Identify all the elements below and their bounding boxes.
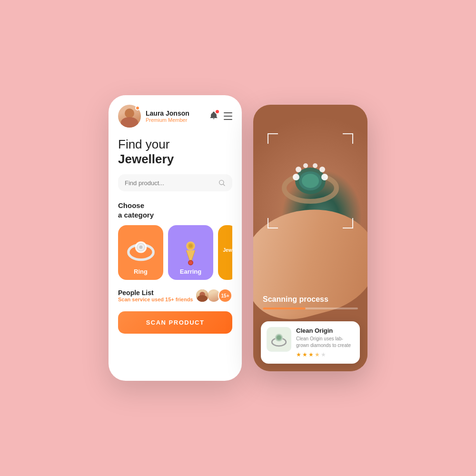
svg-point-9: [189, 244, 192, 248]
svg-line-1: [223, 184, 225, 186]
category-section: Choose a category Ring: [118, 201, 232, 280]
earring-image: [175, 237, 206, 268]
product-rating: ★ ★ ★ ★ ★: [296, 351, 354, 358]
people-info: People List Scan service used 15+ friend…: [118, 289, 193, 302]
phone-header: Laura Jonson Premium Member: [109, 95, 242, 133]
scan-corner-br: [343, 218, 353, 228]
ring-label: Ring: [134, 268, 148, 275]
svg-point-6: [139, 246, 142, 249]
people-title: People List: [118, 289, 193, 297]
notification-dot: [216, 110, 219, 113]
people-more-badge: 15+: [218, 288, 232, 303]
star-5-empty: ★: [321, 351, 326, 358]
avatar-wrapper: [118, 105, 141, 128]
star-3: ★: [308, 351, 314, 358]
scanning-label: Scanning process: [263, 295, 358, 304]
menu-line-3: [224, 119, 232, 120]
scan-info: Scanning process: [253, 295, 367, 309]
progress-fill: [263, 307, 306, 309]
progress-bar: [263, 307, 358, 309]
product-ring-img: [268, 328, 290, 351]
phone-body: Find your Jewellery Choose a category: [109, 133, 242, 381]
user-badge: Premium Member: [146, 117, 209, 123]
product-thumbnail: [267, 327, 291, 352]
svg-point-11: [189, 261, 192, 265]
svg-point-26: [277, 336, 281, 340]
menu-line-2: [224, 116, 232, 117]
scan-corner-tr: [343, 133, 353, 144]
hero-line2: Jewellery: [118, 152, 174, 166]
header-icons: [209, 111, 232, 121]
category-title: Choose a category: [118, 201, 232, 219]
earring-label: Earring: [180, 268, 202, 275]
phones-container: Laura Jonson Premium Member: [109, 95, 367, 381]
search-icon: [218, 179, 226, 187]
scan-frame: [268, 133, 353, 228]
star-2: ★: [302, 351, 307, 358]
category-card-earring[interactable]: Earring: [168, 225, 213, 280]
category-card-jewellery[interactable]: Jew: [218, 225, 232, 280]
jewellery-label: Jew: [223, 248, 232, 253]
product-card[interactable]: Clean Origin Clean Origin uses lab-grown…: [261, 321, 360, 364]
category-cards: Ring Earring: [118, 225, 232, 280]
phone-left: Laura Jonson Premium Member: [109, 95, 242, 381]
product-description: Clean Origin uses lab-grown diamonds to …: [296, 336, 354, 349]
bell-button[interactable]: [209, 111, 218, 121]
user-info: Laura Jonson Premium Member: [146, 109, 209, 123]
search-bar[interactable]: [118, 174, 232, 191]
menu-button[interactable]: [224, 112, 232, 120]
avatar-online-dot: [135, 106, 140, 110]
people-avatar-1: [195, 288, 209, 303]
scan-corner-bl: [268, 218, 278, 228]
ring-image: [124, 235, 158, 268]
scan-corner-tl: [268, 133, 278, 144]
search-input[interactable]: [125, 179, 218, 187]
people-sub: Scan service used 15+ friends: [118, 297, 193, 302]
scan-product-button[interactable]: SCAN PRODUCT: [118, 311, 232, 334]
people-section: People List Scan service used 15+ friend…: [118, 288, 232, 303]
menu-line-1: [224, 112, 232, 113]
hero-line1: Find your: [118, 137, 169, 151]
hero-title: Find your Jewellery: [118, 137, 232, 167]
user-name: Laura Jonson: [146, 109, 209, 117]
phone-right: Scanning process Clean Origin Clean Orig…: [253, 105, 367, 371]
category-card-ring[interactable]: Ring: [118, 225, 163, 280]
product-details: Clean Origin Clean Origin uses lab-grown…: [296, 327, 354, 358]
product-name: Clean Origin: [296, 327, 354, 334]
star-1: ★: [296, 351, 301, 358]
star-4-half: ★: [315, 351, 320, 358]
people-avatars: 15+: [195, 288, 232, 303]
